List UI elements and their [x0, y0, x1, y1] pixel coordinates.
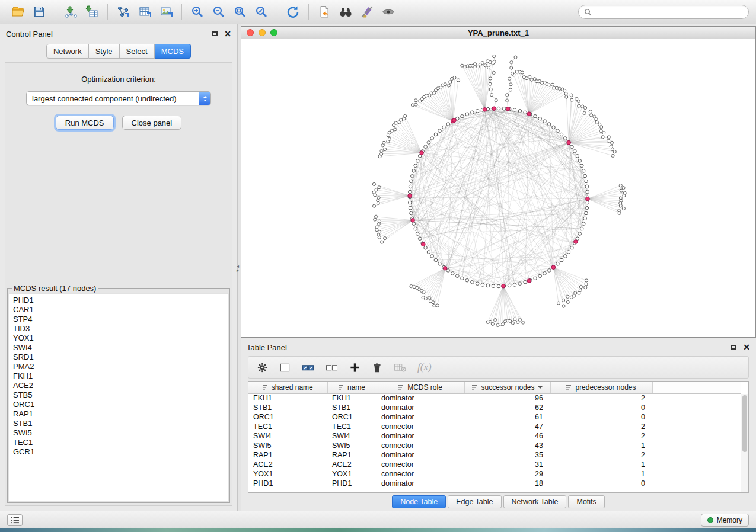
tab-style[interactable]: Style: [89, 44, 120, 59]
table-row[interactable]: ORC1ORC1dominator610: [248, 412, 741, 422]
create-column-button[interactable]: [349, 362, 361, 373]
export-network-button[interactable]: [113, 2, 134, 21]
column-header-successor-nodes[interactable]: successor nodes: [464, 382, 550, 393]
table-row[interactable]: SWI5SWI5connector431: [248, 441, 741, 450]
mcds-result-item[interactable]: FKH1: [13, 371, 224, 381]
hide-graphics-details-button[interactable]: [356, 2, 378, 21]
binoculars-icon: [339, 5, 353, 18]
table-row[interactable]: PHD1PHD1dominator180: [248, 479, 741, 488]
show-hide-panels-button[interactable]: [378, 2, 399, 21]
table-row[interactable]: FKH1FKH1dominator962: [248, 393, 741, 403]
search-area: [578, 5, 749, 19]
network-window-title: YPA_prune.txt_1: [468, 28, 529, 37]
export-table-button[interactable]: [134, 2, 155, 21]
close-panel-icon[interactable]: ✕: [224, 30, 231, 38]
find-button[interactable]: [335, 2, 356, 21]
tab-network-table[interactable]: Network Table: [503, 495, 567, 508]
network-window: YPA_prune.txt_1: [241, 26, 756, 338]
zoom-in-button[interactable]: [187, 2, 208, 21]
desktop-wallpaper-strip: [0, 528, 756, 532]
import-network-icon: [64, 5, 77, 18]
scrollbar-thumb[interactable]: [742, 395, 747, 452]
optimization-criterion-select[interactable]: largest connected component (undirected): [26, 91, 211, 105]
import-network-button[interactable]: [60, 2, 81, 21]
table-scrollbar[interactable]: [741, 394, 748, 492]
eye-icon: [381, 5, 395, 18]
tab-mcds[interactable]: MCDS: [155, 44, 191, 59]
delete-table-disabled-icon: [394, 363, 406, 373]
show-columns-button[interactable]: [279, 362, 291, 373]
memory-button[interactable]: Memory: [701, 514, 749, 527]
mcds-result-item[interactable]: TEC1: [13, 438, 224, 447]
refresh-view-button[interactable]: [282, 2, 304, 21]
column-header-name[interactable]: name: [327, 382, 377, 393]
mcds-result-list[interactable]: PHD1CAR1STP4TID3YOX1SWI4SRD1PMA2FKH1ACE2…: [8, 293, 229, 502]
mcds-result-item[interactable]: STP4: [13, 315, 224, 324]
table-row[interactable]: RAP1RAP1dominator352: [248, 450, 741, 460]
unselect-all-button[interactable]: [326, 362, 338, 373]
main-area: Control Panel ✕ Network Style Select MCD…: [0, 24, 756, 511]
delete-column-button[interactable]: [372, 362, 382, 373]
search-box[interactable]: [578, 5, 749, 19]
mcds-result-item[interactable]: PMA2: [13, 362, 224, 371]
mcds-result-item[interactable]: ACE2: [13, 381, 224, 390]
table-row[interactable]: SWI4SWI4dominator462: [248, 431, 741, 441]
search-input[interactable]: [595, 8, 743, 16]
column-header-shared-name[interactable]: shared name: [248, 382, 327, 393]
mcds-result-item[interactable]: STB5: [13, 390, 224, 400]
tab-select[interactable]: Select: [120, 44, 155, 59]
close-panel-icon[interactable]: ✕: [743, 343, 750, 351]
mcds-result-item[interactable]: YOX1: [13, 334, 224, 343]
float-panel-icon[interactable]: [731, 345, 736, 350]
network-canvas[interactable]: [241, 39, 755, 337]
window-maximize-button[interactable]: [270, 29, 277, 36]
network-window-titlebar[interactable]: YPA_prune.txt_1: [241, 27, 755, 39]
control-panel-title: Control Panel: [6, 30, 53, 39]
tab-network[interactable]: Network: [46, 44, 89, 59]
table-panel-header: Table Panel ✕: [241, 340, 756, 354]
share-document-button[interactable]: [314, 2, 335, 21]
control-panel: Control Panel ✕ Network Style Select MCD…: [0, 24, 237, 511]
save-session-button[interactable]: [28, 2, 50, 21]
tab-motifs[interactable]: Motifs: [568, 495, 604, 508]
window-minimize-button[interactable]: [259, 29, 266, 36]
tab-edge-table[interactable]: Edge Table: [448, 495, 501, 508]
divider-collapse-icon[interactable]: ◂▸: [237, 264, 239, 273]
table-row[interactable]: TEC1TEC1connector472: [248, 422, 741, 431]
column-header-predecessor-nodes[interactable]: predecessor nodes: [550, 382, 652, 393]
toolbar-separator: [107, 4, 108, 20]
memory-status-icon: [707, 517, 713, 523]
table-row[interactable]: YOX1YOX1connector291: [248, 469, 741, 479]
tab-node-table[interactable]: Node Table: [392, 495, 446, 508]
mcds-tab-content: Optimization criterion: largest connecte…: [5, 62, 232, 506]
run-mcds-button[interactable]: Run MCDS: [56, 116, 114, 130]
import-table-button[interactable]: [81, 2, 103, 21]
select-all-button[interactable]: [302, 362, 314, 373]
control-panel-tabs: Network Style Select MCDS: [0, 41, 237, 59]
close-panel-button[interactable]: Close panel: [122, 116, 182, 130]
open-session-button[interactable]: [7, 2, 28, 21]
table-mode-button[interactable]: [257, 362, 268, 373]
mcds-result-item[interactable]: PHD1: [13, 296, 224, 305]
panel-selector-button[interactable]: [7, 514, 23, 526]
table-row[interactable]: ACE2ACE2connector311: [248, 460, 741, 469]
mcds-result-item[interactable]: SRD1: [13, 352, 224, 362]
column-header-mcds-role[interactable]: MCDS role: [377, 382, 464, 393]
zoom-out-button[interactable]: [208, 2, 229, 21]
table-row[interactable]: STB1STB1dominator620: [248, 403, 741, 412]
mcds-result-item[interactable]: STB1: [13, 419, 224, 428]
export-image-button[interactable]: [155, 2, 177, 21]
network-graph[interactable]: [241, 39, 755, 335]
zoom-selected-button[interactable]: [251, 2, 272, 21]
mcds-result-item[interactable]: GCR1: [13, 447, 224, 457]
mcds-result-item[interactable]: ORC1: [13, 400, 224, 409]
window-close-button[interactable]: [247, 29, 254, 36]
mcds-result-item[interactable]: SWI5: [13, 428, 224, 438]
float-panel-icon[interactable]: [212, 31, 218, 36]
mcds-result-item[interactable]: TID3: [13, 324, 224, 334]
panel-divider[interactable]: ◂▸: [237, 24, 241, 511]
zoom-fit-button[interactable]: [229, 2, 251, 21]
mcds-result-item[interactable]: RAP1: [13, 409, 224, 419]
mcds-result-item[interactable]: CAR1: [13, 305, 224, 315]
mcds-result-item[interactable]: SWI4: [13, 343, 224, 352]
